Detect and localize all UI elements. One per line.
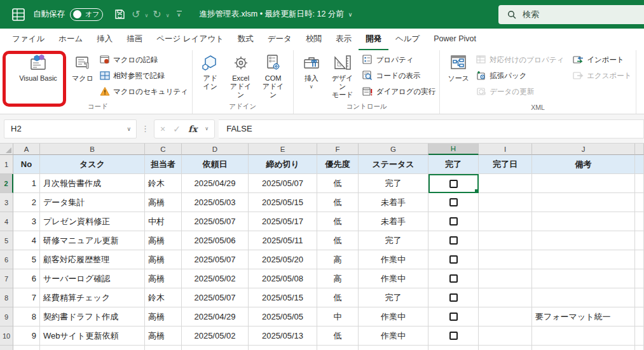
cell-D8[interactable]: 2025/05/07 [182, 288, 249, 307]
cell-J9[interactable]: 要フォーマット統一 [532, 307, 635, 326]
cell-G1[interactable]: ステータス [359, 155, 428, 174]
row-header-1[interactable]: 1 [0, 155, 13, 174]
cell-K8[interactable] [635, 288, 644, 307]
cell-I5[interactable] [479, 231, 532, 250]
cell-F6[interactable]: 高 [317, 250, 359, 269]
task-done-checkbox[interactable] [449, 274, 458, 283]
row-header-4[interactable]: 4 [0, 212, 13, 231]
cell-I6[interactable] [479, 250, 532, 269]
cell-H2[interactable] [428, 174, 479, 193]
tab-help[interactable]: ヘルプ [388, 29, 427, 50]
properties-button[interactable]: プロパティ [362, 54, 436, 65]
tab-review[interactable]: 校閲 [299, 29, 329, 50]
cell-G4[interactable]: 未着手 [359, 212, 428, 231]
cell-C9[interactable]: 高橋 [145, 307, 182, 326]
row-header-10[interactable]: 10 [0, 326, 13, 346]
cell-A8[interactable]: 7 [13, 288, 40, 307]
cell-D9[interactable]: 2025/04/29 [182, 307, 249, 326]
row-header-8[interactable]: 8 [0, 288, 13, 307]
insert-function-button[interactable]: fx [188, 124, 197, 134]
cell-F5[interactable]: 低 [317, 231, 359, 250]
cell-K5[interactable] [635, 231, 644, 250]
cell-H3[interactable] [428, 193, 479, 212]
cell-J8[interactable] [532, 288, 635, 307]
cell-I8[interactable] [479, 288, 532, 307]
cell-K11[interactable] [635, 346, 644, 350]
column-header-J[interactable]: J [532, 144, 635, 155]
cell-D1[interactable]: 依頼日 [182, 155, 249, 174]
cell-A7[interactable]: 6 [13, 269, 40, 288]
column-header-E[interactable]: E [249, 144, 317, 155]
cell-C3[interactable]: 高橋 [145, 193, 182, 212]
cell-F7[interactable]: 高 [317, 269, 359, 288]
cell-A10[interactable]: 9 [13, 326, 40, 346]
task-done-checkbox[interactable] [449, 198, 458, 206]
cell-H4[interactable] [428, 212, 479, 231]
cell-H11[interactable] [428, 346, 479, 350]
cell-B11[interactable] [40, 346, 145, 350]
undo-button[interactable]: ↺ [129, 6, 142, 24]
cell-F9[interactable]: 中 [317, 307, 359, 326]
cell-B1[interactable]: タスク [40, 155, 145, 174]
cell-B6[interactable]: 顧客対応履歴整理 [40, 250, 145, 269]
cell-F4[interactable]: 低 [317, 212, 359, 231]
cell-J3[interactable] [532, 193, 635, 212]
cell-I7[interactable] [479, 269, 532, 288]
cell-K4[interactable] [635, 212, 644, 231]
row-header-3[interactable]: 3 [0, 193, 13, 212]
cell-E5[interactable]: 2025/05/11 [249, 231, 317, 250]
cell-K9[interactable] [635, 307, 644, 326]
cell-I9[interactable] [479, 307, 532, 326]
cell-A5[interactable]: 4 [13, 231, 40, 250]
column-header-A[interactable]: A [13, 144, 40, 155]
cell-C8[interactable]: 鈴木 [145, 288, 182, 307]
task-done-checkbox[interactable] [449, 236, 458, 245]
macros-button[interactable]: マクロ [69, 51, 97, 84]
search-box[interactable]: 検索 [498, 5, 644, 24]
cell-G3[interactable]: 未着手 [359, 193, 428, 212]
column-header-I[interactable]: I [479, 144, 532, 155]
cell-I2[interactable] [479, 174, 532, 193]
formula-input[interactable]: FALSE [219, 119, 644, 138]
cell-B4[interactable]: プレゼン資料修正 [40, 212, 145, 231]
row-header-6[interactable]: 6 [0, 250, 13, 269]
cell-H8[interactable] [428, 288, 479, 307]
redo-dropdown[interactable]: ∨ [165, 13, 170, 18]
cell-G10[interactable]: 作業中 [359, 326, 428, 346]
fill-handle[interactable] [474, 189, 478, 192]
addins-button[interactable]: アド イン [196, 51, 224, 92]
cell-D5[interactable]: 2025/05/06 [182, 231, 249, 250]
import-button[interactable]: インポート [573, 54, 631, 65]
column-header-B[interactable]: B [40, 144, 145, 155]
cell-C7[interactable]: 高橋 [145, 269, 182, 288]
cancel-button[interactable]: × [160, 124, 165, 134]
tab-view[interactable]: 表示 [329, 29, 359, 50]
cell-E3[interactable]: 2025/05/15 [249, 193, 317, 212]
relative-references-button[interactable]: 相対参照で記録 [99, 70, 188, 81]
cell-K2[interactable] [635, 174, 644, 193]
cell-F8[interactable]: 低 [317, 288, 359, 307]
cell-D3[interactable]: 2025/05/03 [182, 193, 249, 212]
task-done-checkbox[interactable] [449, 217, 458, 225]
cell-C5[interactable]: 高橋 [145, 231, 182, 250]
cell-D11[interactable] [182, 346, 249, 350]
cell-C11[interactable] [145, 346, 182, 350]
cell-A11[interactable] [13, 346, 40, 350]
row-header-7[interactable]: 7 [0, 269, 13, 288]
cell-F3[interactable]: 低 [317, 193, 359, 212]
cell-B8[interactable]: 経費精算チェック [40, 288, 145, 307]
cell-B9[interactable]: 契約書ドラフト作成 [40, 307, 145, 326]
cell-B3[interactable]: データ集計 [40, 193, 145, 212]
cell-K3[interactable] [635, 193, 644, 212]
cell-A2[interactable]: 1 [13, 174, 40, 193]
macro-security-button[interactable]: マクロのセキュリティ [99, 86, 188, 97]
cell-G9[interactable]: 作業中 [359, 307, 428, 326]
cell-G2[interactable]: 完了 [359, 174, 428, 193]
cell-J2[interactable] [532, 174, 635, 193]
cell-F11[interactable] [317, 346, 359, 350]
tab-home[interactable]: ホーム [51, 29, 90, 50]
cell-J1[interactable]: 備考 [532, 155, 635, 174]
task-done-checkbox[interactable] [449, 293, 458, 302]
design-mode-button[interactable]: デザイン モード [325, 51, 360, 100]
task-done-checkbox[interactable] [449, 313, 458, 321]
